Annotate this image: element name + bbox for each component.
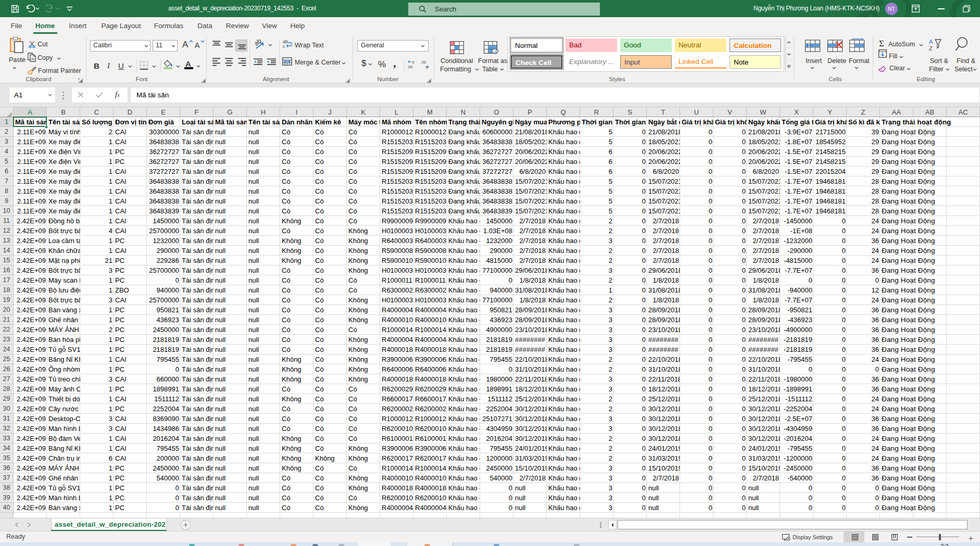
svg-text:Z: Z (929, 45, 933, 52)
svg-text:0: 0 (426, 65, 428, 69)
svg-text:0: 0 (412, 60, 414, 65)
svg-text:c: c (283, 44, 285, 48)
svg-text:A: A (929, 39, 933, 45)
svg-text:.00: .00 (421, 60, 426, 65)
svg-text:.00: .00 (407, 65, 412, 69)
